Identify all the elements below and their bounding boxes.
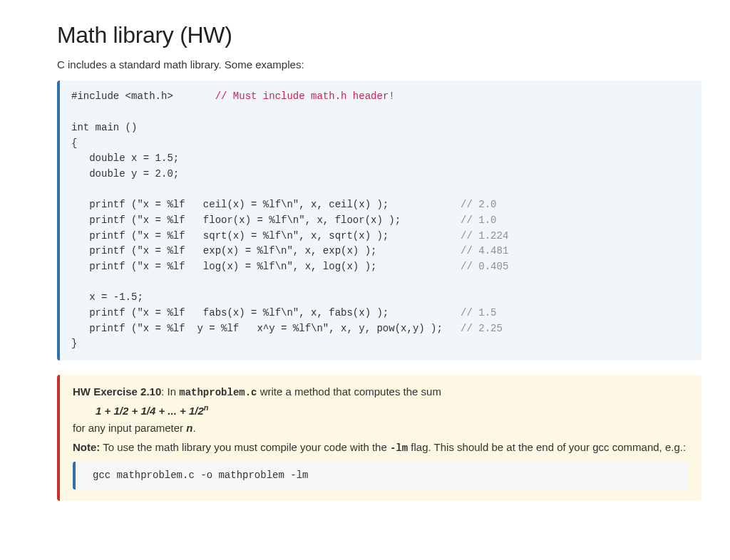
- exercise-text: .: [192, 422, 195, 434]
- code-line: {: [71, 138, 77, 149]
- compile-flag: -lm: [390, 442, 408, 454]
- exercise-line-2: for any input parameter n.: [73, 421, 689, 435]
- note-label: Note:: [73, 441, 100, 453]
- exercise-filename: mathproblem.c: [179, 387, 257, 398]
- exercise-text: write a method that computes the sum: [257, 385, 441, 398]
- note-text: To use the math library you must compile…: [100, 441, 390, 453]
- code-comment: // 1.0: [461, 214, 496, 226]
- code-line: double y = 2.0;: [71, 168, 179, 180]
- page-title: Math library (HW): [57, 20, 701, 51]
- code-line: printf ("x = %lf ceil(x) = %lf\n", x, ce…: [71, 199, 461, 210]
- code-comment: // 2.25: [461, 323, 503, 334]
- exercise-callout: HW Exercise 2.10: In mathproblem.c write…: [57, 375, 701, 501]
- code-line: x = -1.5;: [71, 291, 143, 303]
- exercise-text: : In: [161, 385, 179, 398]
- exercise-label: HW Exercise 2.10: [73, 385, 161, 398]
- code-comment: // 0.405: [461, 261, 508, 272]
- code-line: int main (): [71, 122, 137, 133]
- code-line: printf ("x = %lf exp(x) = %lf\n", x, exp…: [71, 245, 461, 256]
- intro-text: C includes a standard math library. Some…: [57, 58, 701, 72]
- code-line: printf ("x = %lf floor(x) = %lf\n", x, f…: [71, 214, 461, 226]
- code-line: double x = 1.5;: [71, 152, 179, 164]
- code-line: #include <math.h>: [71, 90, 215, 102]
- exercise-note: Note: To use the math library you must c…: [73, 440, 689, 455]
- code-line: printf ("x = %lf fabs(x) = %lf\n", x, fa…: [71, 307, 461, 318]
- note-text: flag. This should be at the end of your …: [408, 441, 686, 453]
- code-line: printf ("x = %lf log(x) = %lf\n", x, log…: [71, 261, 461, 272]
- code-line: printf ("x = %lf y = %lf x^y = %lf\n", x…: [71, 323, 461, 334]
- code-example: #include <math.h> // Must include math.h…: [57, 81, 701, 361]
- exercise-line-1: HW Exercise 2.10: In mathproblem.c write…: [73, 385, 689, 400]
- code-comment: // 1.224: [461, 230, 508, 242]
- code-comment: // Must include math.h header!: [215, 90, 395, 102]
- code-comment: // 1.5: [461, 307, 496, 318]
- code-comment: // 2.0: [461, 199, 496, 210]
- code-comment: // 4.481: [461, 245, 508, 256]
- code-line: printf ("x = %lf sqrt(x) = %lf\n", x, sq…: [71, 230, 461, 242]
- exercise-formula: 1 + 1/2 + 1/4 + ... + 1/2n: [73, 403, 689, 418]
- code-line: }: [71, 338, 77, 349]
- compile-command: gcc mathproblem.c -o mathproblem -lm: [73, 462, 689, 489]
- exercise-text: for any input parameter: [73, 422, 186, 434]
